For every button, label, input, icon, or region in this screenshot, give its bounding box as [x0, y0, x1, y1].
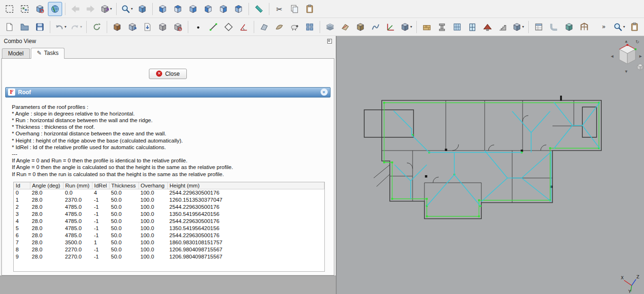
roof-column-header[interactable]: Run (mm) — [63, 182, 92, 189]
refresh-icon[interactable] — [90, 20, 104, 34]
file-save-icon[interactable] — [33, 20, 47, 34]
arch-nest-icon[interactable] — [368, 20, 383, 34]
dropdown-arrow-icon[interactable]: ▾ — [131, 7, 133, 11]
measure-icon[interactable] — [252, 2, 266, 16]
view-rear-icon[interactable] — [201, 2, 215, 16]
dropdown-arrow-icon[interactable]: ▾ — [80, 25, 82, 29]
file-open-icon[interactable] — [18, 20, 32, 34]
view-bottom-icon[interactable] — [216, 2, 230, 16]
navigation-cube[interactable]: ◂ ▸ ▴ ▾ ↻ — [611, 38, 643, 74]
axonometric-view-icon[interactable] — [135, 2, 149, 16]
roof-profile-row[interactable]: 928.02270.0-150.0100.01206.9804098715567 — [14, 253, 324, 260]
arch-schedule-icon[interactable] — [532, 20, 546, 34]
dock-float-icon[interactable] — [327, 39, 332, 44]
roof-column-header[interactable]: Id — [14, 182, 30, 189]
box-element-selection-icon[interactable] — [18, 2, 32, 16]
roof-column-header[interactable]: IdRel — [92, 182, 109, 189]
toolbar-overflow-icon[interactable]: » — [597, 20, 611, 34]
arch-wall-icon[interactable] — [420, 20, 434, 34]
roof-task-header[interactable]: F Roof « — [5, 87, 331, 98]
draft-clone-icon[interactable] — [287, 20, 302, 34]
combo-view-title: Combo View — [4, 38, 36, 45]
roof-cell: 2270.0 — [63, 246, 92, 253]
roof-cell: 4785.0 — [63, 225, 92, 232]
3d-viewport[interactable]: ◂ ▸ ▴ ▾ ↻ — [337, 36, 644, 294]
arch-equipment-icon[interactable] — [562, 20, 576, 34]
roof-profile-row[interactable]: 428.04785.0-150.0100.02544.229630500176 — [14, 218, 324, 225]
draft-facebinder-icon[interactable] — [257, 20, 271, 34]
draft-dimension-icon[interactable] — [237, 20, 251, 34]
tab-tasks[interactable]: ✎ Tasks — [31, 48, 65, 59]
arch-roof-icon[interactable] — [480, 20, 495, 34]
roof-profile-row[interactable]: 028.00.0450.0100.02544.229630500176 — [14, 189, 324, 196]
arch-curtain-wall-icon[interactable] — [450, 20, 464, 34]
nav-back-icon[interactable] — [68, 2, 83, 16]
collapse-chevron-icon[interactable]: « — [321, 89, 328, 96]
roof-profile-row[interactable]: 528.04785.0-150.0100.01350.541956420156 — [14, 225, 324, 232]
paste-icon[interactable] — [303, 2, 317, 16]
box-selection-icon[interactable] — [2, 2, 17, 16]
undo-icon[interactable]: ▾ — [53, 20, 68, 34]
roof-profile-row[interactable]: 728.03500.0150.0100.01860.9830108151757 — [14, 239, 324, 246]
redo-icon[interactable]: ▾ — [69, 20, 83, 34]
view-left-icon[interactable] — [231, 2, 246, 16]
roof-profile-row[interactable]: 328.04785.0-150.0100.01350.541956420156 — [14, 211, 324, 218]
dropdown-arrow-icon[interactable]: ▾ — [64, 25, 66, 29]
roof-profile-row[interactable]: 828.02270.0-150.0100.01206.9804098715567 — [14, 246, 324, 253]
arch-stairs-icon[interactable] — [496, 20, 510, 34]
draft-polygon-icon[interactable] — [221, 20, 236, 34]
arch-axis-tools-icon[interactable]: ▾ — [399, 20, 414, 34]
arch-mesh-icon[interactable] — [156, 20, 170, 34]
roof-cell: -1 — [92, 204, 109, 211]
draft-point-icon[interactable] — [191, 20, 205, 34]
arch-reference-icon[interactable] — [125, 20, 139, 34]
clipboard-partial-icon[interactable] — [627, 20, 642, 34]
arch-misc-tools-icon[interactable]: ▾ — [511, 20, 525, 34]
arch-axis-icon[interactable] — [384, 20, 398, 34]
linked-view-icon[interactable]: ▾ — [99, 2, 113, 16]
cut-icon[interactable]: ✂ — [272, 2, 286, 16]
tab-model[interactable]: Model — [2, 48, 30, 59]
arch-panel-icon[interactable] — [323, 20, 337, 34]
arch-window-icon[interactable] — [465, 20, 479, 34]
arch-panel-cut-icon[interactable] — [338, 20, 352, 34]
search-icon[interactable]: ▾ — [612, 20, 626, 34]
dropdown-arrow-icon[interactable]: ▾ — [110, 7, 112, 11]
file-new-icon[interactable] — [2, 20, 17, 34]
roof-profile-row[interactable]: 628.04785.0-150.0100.02544.229630500176 — [14, 232, 324, 239]
arch-import-icon[interactable] — [140, 20, 155, 34]
nav-forward-icon[interactable] — [83, 2, 98, 16]
roof-profiles-table[interactable]: IdAngle (deg)Run (mm)IdRelThicknessOverh… — [13, 182, 325, 272]
arch-frame-icon[interactable] — [577, 20, 591, 34]
arch-panel-sheet-icon[interactable] — [353, 20, 368, 34]
toolbar-separator — [320, 21, 320, 33]
roof-column-header[interactable]: Overhang — [138, 182, 167, 189]
zoom-icon[interactable]: ▾ — [120, 2, 134, 16]
copy-icon[interactable] — [287, 2, 302, 16]
view-front-icon[interactable] — [156, 2, 170, 16]
roof-cell: 1350.541956420156 — [167, 211, 324, 218]
roof-description-line: * Angle : slope in degrees relative to t… — [12, 110, 334, 117]
arch-structure-icon[interactable] — [435, 20, 449, 34]
roof-profile-row[interactable]: 228.04785.0-150.0100.02544.229630500176 — [14, 204, 324, 211]
roof-description-line: If Run = 0 then the run is calculated so… — [12, 171, 334, 178]
axis-z-label: Z — [636, 275, 639, 279]
roof-column-header[interactable]: Thickness — [109, 182, 138, 189]
arch-component-icon[interactable] — [110, 20, 124, 34]
draft-surface-icon[interactable] — [272, 20, 286, 34]
roof-profile-row[interactable]: 128.02370.0-150.0100.01260.1513530377047 — [14, 196, 324, 204]
dropdown-arrow-icon[interactable]: ▾ — [522, 25, 524, 29]
roof-column-header[interactable]: Angle (deg) — [30, 182, 63, 189]
view-fit-all-icon[interactable] — [33, 2, 47, 16]
view-right-icon[interactable] — [186, 2, 200, 16]
draft-array-icon[interactable] — [303, 20, 317, 34]
dropdown-arrow-icon[interactable]: ▾ — [623, 25, 625, 29]
roof-column-header[interactable]: Height (mm) — [167, 182, 324, 189]
arch-pipe-icon[interactable] — [547, 20, 561, 34]
arch-survey-icon[interactable] — [171, 20, 185, 34]
close-button[interactable]: ✕ Close — [149, 69, 187, 79]
draft-line-icon[interactable] — [206, 20, 221, 34]
dropdown-arrow-icon[interactable]: ▾ — [410, 25, 412, 29]
view-top-icon[interactable] — [171, 2, 185, 16]
navigation-cube-icon[interactable] — [48, 2, 62, 16]
